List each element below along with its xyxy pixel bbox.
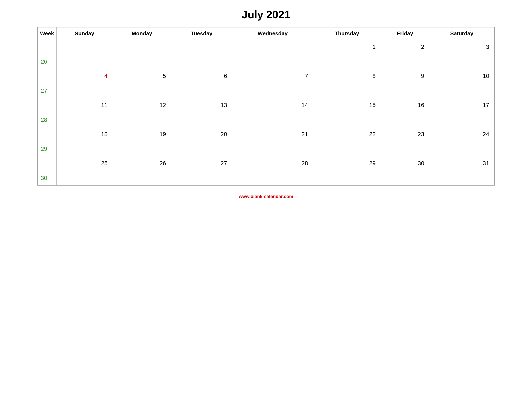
header-saturday: Saturday	[429, 27, 494, 40]
day-number: 26	[115, 158, 169, 167]
day-number: 13	[173, 100, 230, 108]
day-number: 20	[173, 129, 230, 138]
day-cell-saturday: 24	[429, 127, 494, 156]
week-number-cell: 28	[38, 98, 56, 127]
week-number: 30	[41, 175, 47, 181]
week-number: 26	[41, 58, 47, 65]
header-monday: Monday	[113, 27, 171, 40]
day-number: 15	[315, 100, 379, 108]
day-cell-monday: 19	[113, 127, 171, 156]
day-cell-friday: 9	[381, 69, 429, 98]
day-cell-tuesday: 13	[171, 98, 232, 127]
day-number: 22	[315, 129, 379, 138]
day-number: 10	[431, 71, 492, 79]
footer-link[interactable]: www.blank-calendar.com	[239, 194, 293, 199]
day-number: 29	[315, 158, 379, 167]
day-number: 11	[59, 100, 111, 108]
day-cell-thursday: 15	[313, 98, 381, 127]
day-number: 17	[431, 100, 492, 108]
calendar-table: WeekSundayMondayTuesdayWednesdayThursday…	[38, 27, 494, 186]
day-cell-sunday	[56, 40, 113, 69]
day-cell-monday	[113, 40, 171, 69]
day-number: 18	[59, 129, 111, 138]
day-cell-sunday: 4	[56, 69, 113, 98]
week-row: 26123	[38, 40, 494, 69]
week-number: 28	[41, 116, 47, 123]
day-cell-friday: 2	[381, 40, 429, 69]
day-number: 2	[383, 42, 427, 50]
day-cell-saturday: 3	[429, 40, 494, 69]
day-cell-saturday: 10	[429, 69, 494, 98]
day-cell-monday: 12	[113, 98, 171, 127]
day-cell-saturday: 17	[429, 98, 494, 127]
day-cell-thursday: 29	[313, 156, 381, 185]
week-number-cell: 29	[38, 127, 56, 156]
day-number: 23	[383, 129, 427, 138]
day-cell-friday: 30	[381, 156, 429, 185]
week-row: 2918192021222324	[38, 127, 494, 156]
day-cell-thursday: 1	[313, 40, 381, 69]
day-cell-wednesday: 14	[232, 98, 313, 127]
week-number-cell: 26	[38, 40, 56, 69]
day-cell-thursday: 22	[313, 127, 381, 156]
day-cell-tuesday: 27	[171, 156, 232, 185]
day-cell-tuesday: 20	[171, 127, 232, 156]
day-cell-friday: 23	[381, 127, 429, 156]
day-number: 25	[59, 158, 111, 167]
day-cell-thursday: 8	[313, 69, 381, 98]
day-number: 30	[383, 158, 427, 167]
day-number: 12	[115, 100, 169, 108]
header-sunday: Sunday	[56, 27, 113, 40]
day-number: 19	[115, 129, 169, 138]
day-number: 28	[234, 158, 311, 167]
day-number: 21	[234, 129, 311, 138]
day-cell-wednesday	[232, 40, 313, 69]
page-title: July 2021	[242, 8, 290, 21]
day-cell-monday: 26	[113, 156, 171, 185]
day-cell-friday: 16	[381, 98, 429, 127]
day-cell-wednesday: 7	[232, 69, 313, 98]
week-number-cell: 30	[38, 156, 56, 185]
day-number: 3	[431, 42, 492, 50]
header-tuesday: Tuesday	[171, 27, 232, 40]
day-number: 9	[383, 71, 427, 79]
header-row: WeekSundayMondayTuesdayWednesdayThursday…	[38, 27, 494, 40]
day-cell-saturday: 31	[429, 156, 494, 185]
header-week: Week	[38, 27, 56, 40]
day-cell-wednesday: 21	[232, 127, 313, 156]
week-row: 3025262728293031	[38, 156, 494, 185]
day-cell-tuesday	[171, 40, 232, 69]
day-number: 1	[315, 42, 379, 50]
day-cell-sunday: 25	[56, 156, 113, 185]
day-cell-wednesday: 28	[232, 156, 313, 185]
header-wednesday: Wednesday	[232, 27, 313, 40]
calendar-container: WeekSundayMondayTuesdayWednesdayThursday…	[38, 27, 494, 186]
day-number: 4	[59, 71, 111, 79]
week-row: 2811121314151617	[38, 98, 494, 127]
week-row: 2745678910	[38, 69, 494, 98]
day-number: 14	[234, 100, 311, 108]
week-number-cell: 27	[38, 69, 56, 98]
day-number: 27	[173, 158, 230, 167]
day-number: 7	[234, 71, 311, 79]
day-cell-sunday: 11	[56, 98, 113, 127]
header-thursday: Thursday	[313, 27, 381, 40]
day-number: 5	[115, 71, 169, 79]
week-number: 29	[41, 146, 47, 152]
day-cell-monday: 5	[113, 69, 171, 98]
day-cell-sunday: 18	[56, 127, 113, 156]
week-number: 27	[41, 87, 47, 94]
day-number: 24	[431, 129, 492, 138]
day-number: 31	[431, 158, 492, 167]
day-number: 16	[383, 100, 427, 108]
day-cell-tuesday: 6	[171, 69, 232, 98]
day-number: 6	[173, 71, 230, 79]
day-number: 8	[315, 71, 379, 79]
header-friday: Friday	[381, 27, 429, 40]
